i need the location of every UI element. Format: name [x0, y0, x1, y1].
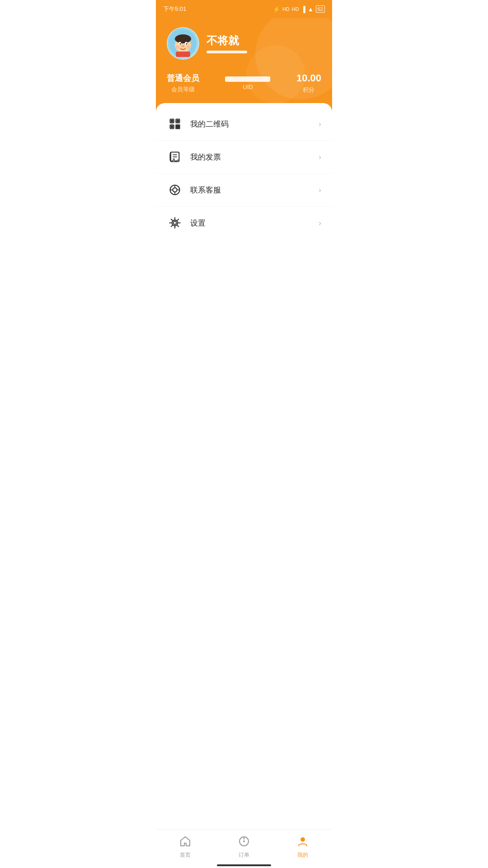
orders-icon: [238, 835, 250, 849]
settings-arrow: ›: [319, 218, 321, 228]
svg-rect-20: [178, 127, 180, 129]
svg-point-26: [173, 188, 177, 192]
support-arrow: ›: [319, 185, 321, 195]
profile-row: 不将就: [167, 27, 321, 60]
member-level-block: 普通会员 会员等级: [167, 73, 199, 94]
nav-home-label: 首页: [180, 851, 191, 859]
menu-item-qrcode[interactable]: 我的二维码 ›: [156, 108, 332, 141]
points-block: 10.00 积分: [296, 72, 321, 94]
hd2-icon: HD: [292, 6, 299, 12]
home-icon: [179, 835, 192, 849]
invoice-arrow: ›: [319, 152, 321, 162]
member-level-title: 普通会员: [167, 73, 199, 84]
uid-block: UID: [199, 76, 296, 90]
svg-point-31: [174, 222, 177, 225]
settings-svg: [169, 217, 181, 229]
svg-point-5: [180, 43, 181, 45]
svg-rect-18: [178, 125, 180, 127]
nav-item-orders[interactable]: 订单: [226, 833, 262, 861]
nav-item-mine[interactable]: 我的: [285, 833, 321, 861]
status-bar: 下午5:01 ⚡ HD HD ▐ ▲ 62: [156, 0, 332, 18]
svg-rect-12: [171, 120, 173, 122]
qrcode-label: 我的二维码: [190, 119, 319, 129]
svg-point-7: [181, 45, 185, 47]
support-label: 联系客服: [190, 185, 319, 195]
svg-rect-14: [177, 120, 179, 122]
svg-point-2: [175, 34, 191, 43]
menu-item-settings[interactable]: 设置 ›: [156, 207, 332, 239]
signal-icon: ▐: [301, 6, 305, 13]
mine-icon: [296, 835, 309, 849]
svg-rect-19: [176, 127, 178, 129]
qrcode-svg: [169, 118, 181, 130]
support-svg: [169, 184, 181, 196]
status-time: 下午5:01: [163, 5, 186, 13]
profile-header: 不将就 普通会员 会员等级 UID 10.00 积分: [156, 18, 332, 112]
main-content: 我的二维码 › 我的发票 ›: [156, 103, 332, 244]
svg-rect-10: [176, 52, 190, 57]
svg-point-36: [300, 837, 305, 842]
username: 不将就: [206, 33, 247, 48]
battery-icon: 62: [316, 5, 325, 13]
invoice-svg: [169, 151, 181, 163]
nav-mine-label: 我的: [297, 851, 308, 859]
points-label: 积分: [296, 86, 321, 94]
uid-label: UID: [243, 84, 253, 90]
svg-point-8: [176, 45, 179, 49]
member-level-label: 会员等级: [167, 85, 199, 94]
svg-rect-17: [176, 125, 178, 127]
uid-bar: [225, 76, 270, 82]
nav-item-home[interactable]: 首页: [167, 833, 203, 861]
settings-icon: [167, 215, 183, 231]
menu-item-support[interactable]: 联系客服 ›: [156, 174, 332, 207]
profile-info: 不将就: [206, 33, 247, 53]
qrcode-icon: [167, 116, 183, 132]
svg-point-6: [186, 43, 188, 45]
username-bar: [206, 51, 247, 53]
settings-label: 设置: [190, 218, 319, 228]
status-icons: ⚡ HD HD ▐ ▲ 62: [273, 5, 325, 13]
svg-point-9: [187, 45, 190, 49]
invoice-icon: [167, 149, 183, 165]
avatar[interactable]: [167, 27, 199, 60]
avatar-image: [169, 30, 197, 57]
member-info-row: 普通会员 会员等级 UID 10.00 积分: [167, 72, 321, 94]
home-indicator: [217, 864, 271, 866]
bluetooth-icon: ⚡: [273, 6, 280, 13]
bottom-nav: 首页 订单 我的: [156, 829, 332, 868]
hd-icon: HD: [282, 6, 290, 12]
nav-orders-label: 订单: [239, 851, 249, 859]
wifi-icon: ▲: [308, 6, 314, 13]
invoice-label: 我的发票: [190, 152, 319, 162]
menu-item-invoice[interactable]: 我的发票 ›: [156, 141, 332, 174]
points-value: 10.00: [296, 72, 321, 84]
qrcode-arrow: ›: [319, 119, 321, 129]
svg-point-34: [243, 840, 245, 842]
svg-rect-16: [171, 126, 173, 128]
support-icon: [167, 182, 183, 198]
